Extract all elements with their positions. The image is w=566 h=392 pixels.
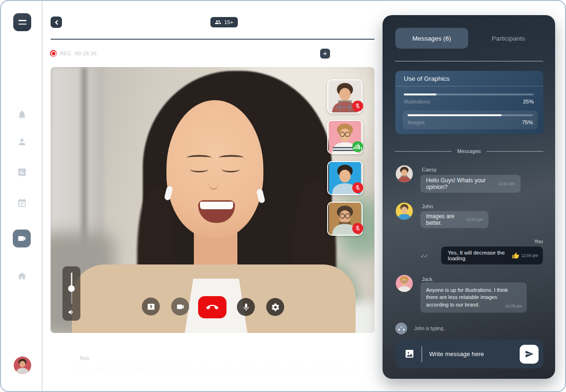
timeline-now-label: Now xyxy=(80,356,89,361)
microphone-button[interactable] xyxy=(237,298,255,316)
typing-avatar xyxy=(395,323,407,334)
video-call-app: 15+ REC 00:28:36 + xyxy=(0,0,566,392)
typing-indicator: John is typing.. xyxy=(395,323,446,334)
tab-messages[interactable]: Messages (6) xyxy=(395,28,468,49)
message-sender-name: You xyxy=(534,239,543,244)
header-divider xyxy=(51,39,374,40)
record-icon xyxy=(50,50,57,57)
message-time: 12:05 pm xyxy=(505,304,522,309)
sidebar-item-notifications[interactable] xyxy=(1,109,43,120)
message-bubble: Hello Guys! Whats your opinion? 12:02 pm xyxy=(420,175,521,193)
volume-thumb[interactable] xyxy=(68,285,75,292)
volume-slider[interactable] xyxy=(62,266,80,321)
camera-button[interactable] xyxy=(171,298,189,315)
chevron-left-icon xyxy=(54,20,59,25)
sidebar-item-schedule[interactable] xyxy=(1,197,43,208)
mic-off-icon xyxy=(355,225,361,231)
sidebar-item-stats[interactable] xyxy=(1,166,43,178)
sidebar-item-contacts[interactable] xyxy=(1,136,43,147)
poll-option-percent: 75% xyxy=(522,119,533,125)
typing-text: John is typing.. xyxy=(414,326,446,331)
read-receipt-icon: ✓✓ xyxy=(420,253,427,259)
message-input[interactable] xyxy=(429,350,520,358)
tab-participants[interactable]: Participants xyxy=(475,28,541,49)
mic-speaking-badge xyxy=(352,141,363,152)
mic-muted-badge xyxy=(352,223,363,234)
settings-button[interactable] xyxy=(266,298,284,316)
poll-option-illustrations[interactable]: Illustrations 25% xyxy=(404,94,534,104)
poll-option-label: Illustrations xyxy=(404,99,430,104)
participant-thumbnail-4[interactable] xyxy=(327,202,363,236)
message-sender-name: Jack xyxy=(422,276,433,282)
tabs-divider xyxy=(395,61,543,61)
message-bubble: Anyone is up for illustrations. I think … xyxy=(420,282,527,313)
calendar-icon xyxy=(17,198,27,208)
bell-icon xyxy=(17,110,27,119)
message-text: Hello Guys! Whats your opinion? xyxy=(426,177,495,190)
poll-title: Use of Graphics xyxy=(395,71,543,86)
share-screen-button[interactable] xyxy=(142,298,160,315)
attach-image-button[interactable] xyxy=(404,349,415,360)
message-time: 12:03 pm xyxy=(466,217,483,222)
message-time: 12:02 pm xyxy=(498,181,515,186)
main-video xyxy=(51,67,374,333)
add-button[interactable]: + xyxy=(320,49,330,59)
speaker-person xyxy=(51,67,374,333)
thumbs-up-emoji xyxy=(512,252,519,259)
send-icon xyxy=(525,349,534,358)
current-user-avatar[interactable] xyxy=(14,357,31,374)
participants-count-label: 15+ xyxy=(224,19,234,25)
people-icon xyxy=(215,19,221,26)
message-text: Images are better. xyxy=(426,213,462,226)
message-bubble: Images are better. 12:03 pm xyxy=(420,211,488,228)
recording-indicator: REC 00:28:36 xyxy=(50,50,96,57)
sidebar-item-home[interactable] xyxy=(1,270,43,281)
home-icon xyxy=(17,271,27,281)
timeline-line xyxy=(72,368,374,368)
poll-option-label: Images xyxy=(408,119,425,125)
sidebar-nav xyxy=(1,1,43,391)
message-text: Anyone is up for illustrations. I think … xyxy=(426,287,508,307)
person-icon xyxy=(17,137,27,147)
participant-thumbnail-1[interactable] xyxy=(327,79,363,113)
poll-option-images[interactable]: Images 75% xyxy=(403,111,538,129)
message-text: Yes, It will decrease the loading xyxy=(448,250,509,261)
end-call-icon xyxy=(206,301,218,314)
send-button[interactable] xyxy=(520,345,539,364)
message-time: 12:04 pm xyxy=(522,253,538,258)
mic-muted-badge xyxy=(352,101,363,111)
poll-bar-images xyxy=(408,114,502,116)
avatar-jack xyxy=(396,275,413,292)
sidebar xyxy=(1,1,43,391)
speaker-icon xyxy=(68,308,75,316)
video-camera-icon xyxy=(17,234,26,243)
mic-muted-badge xyxy=(352,182,363,193)
back-button[interactable] xyxy=(51,17,62,28)
speaking-waves-icon xyxy=(354,143,362,151)
message-sender-name: Caesy xyxy=(422,167,436,172)
rec-time: 00:28:36 xyxy=(75,51,96,56)
mic-off-icon xyxy=(355,185,361,191)
avatar-caesy xyxy=(396,165,413,182)
gear-icon xyxy=(271,303,280,312)
message-composer xyxy=(396,340,543,368)
composer-divider xyxy=(421,346,422,362)
sidebar-item-meetings-active[interactable] xyxy=(13,230,31,247)
poll-card: Use of Graphics Illustrations 25% Images… xyxy=(395,71,543,134)
message-bubble-self: Yes, It will decrease the loading 12:04 … xyxy=(441,247,543,264)
image-icon xyxy=(404,349,415,359)
microphone-icon xyxy=(242,303,251,312)
participant-thumbnail-2[interactable] xyxy=(327,120,363,154)
bar-chart-icon xyxy=(17,167,27,177)
poll-bar-illustrations xyxy=(404,94,436,95)
participants-count-badge[interactable]: 15+ xyxy=(210,17,238,27)
messages-section-divider: Messages xyxy=(395,148,543,154)
share-screen-icon xyxy=(147,302,156,311)
mic-off-icon xyxy=(355,103,361,109)
message-sender-name: John xyxy=(422,204,433,209)
poll-option-percent: 25% xyxy=(523,99,534,104)
video-camera-icon xyxy=(176,302,185,311)
avatar-john xyxy=(396,203,413,220)
participant-thumbnail-3[interactable] xyxy=(327,161,363,195)
end-call-button[interactable] xyxy=(198,296,226,318)
